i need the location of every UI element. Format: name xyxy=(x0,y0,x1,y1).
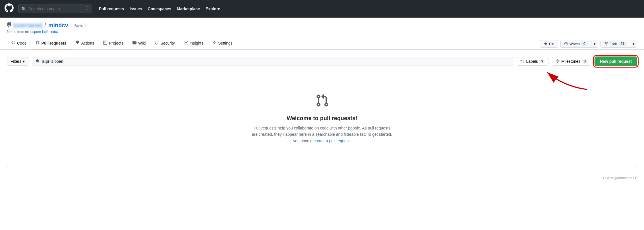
nav-links: Pull requests Issues Codespaces Marketpl… xyxy=(99,7,220,11)
filters-label: Filters xyxy=(11,59,21,64)
nav-codespaces[interactable]: Codespaces xyxy=(148,7,171,11)
watch-label: Watch xyxy=(570,42,580,46)
insights-icon xyxy=(184,41,188,45)
search-input[interactable]: is:pr is:open xyxy=(42,59,510,64)
repo-icon xyxy=(7,22,11,28)
milestones-count: 0 xyxy=(582,59,587,63)
pr-empty-title: Welcome to pull requests! xyxy=(14,115,630,122)
tab-settings-label: Settings xyxy=(218,41,233,45)
repo-header: [username] / mindcv Public forked from m… xyxy=(0,18,644,50)
nav-marketplace[interactable]: Marketplace xyxy=(177,7,200,11)
milestones-button[interactable]: Milestones 0 xyxy=(552,57,591,66)
repo-slash: / xyxy=(44,22,46,29)
wiki-icon xyxy=(132,41,136,45)
labels-label: Labels xyxy=(526,59,538,64)
create-pr-link[interactable]: create a pull request xyxy=(314,139,350,143)
watermark: CSDN @moonstar000 xyxy=(0,174,644,182)
repo-action-buttons: Pin Watch 0 ▾ Fork 51 ▾ xyxy=(540,40,637,48)
nav-issues[interactable]: Issues xyxy=(130,7,142,11)
labels-count: 9 xyxy=(540,59,545,63)
tab-wiki-label: Wiki xyxy=(138,41,146,45)
nav-explore[interactable]: Explore xyxy=(206,7,220,11)
fork-button[interactable]: Fork 51 xyxy=(601,40,630,47)
nav-pull-requests[interactable]: Pull requests xyxy=(99,7,124,11)
watch-count: 0 xyxy=(581,41,588,46)
search-icon xyxy=(36,59,40,64)
labels-button[interactable]: Labels 9 xyxy=(517,57,548,66)
pin-button[interactable]: Pin xyxy=(540,40,558,48)
watch-dropdown[interactable]: ▾ xyxy=(591,40,598,47)
tab-insights[interactable]: Insights xyxy=(179,37,208,49)
settings-icon xyxy=(212,41,216,45)
github-logo[interactable] xyxy=(5,3,14,14)
pull-request-icon xyxy=(36,41,40,45)
repo-visibility-badge: Public xyxy=(71,23,86,28)
tab-pull-requests-label: Pull requests xyxy=(41,41,66,45)
tab-security[interactable]: Security xyxy=(150,37,179,49)
top-navigation: 🔍 / Pull requests Issues Codespaces Mark… xyxy=(0,0,644,18)
tab-code-label: Code xyxy=(17,41,26,45)
forked-from-link[interactable]: mindspore-lab/mindcv xyxy=(25,30,58,34)
milestones-label: Milestones xyxy=(561,59,580,64)
tab-settings[interactable]: Settings xyxy=(208,37,237,49)
pr-empty-description: Pull requests help you collaborate on co… xyxy=(251,125,393,144)
fork-count: 51 xyxy=(618,41,627,46)
security-icon xyxy=(155,41,159,45)
projects-icon xyxy=(103,41,107,45)
search-box[interactable]: is:pr is:open xyxy=(32,57,513,66)
main-content: Filters ▾ is:pr is:open Labels 9 Milesto… xyxy=(0,50,644,174)
filter-bar: Filters ▾ is:pr is:open Labels 9 Milesto… xyxy=(7,57,637,66)
watch-button[interactable]: Watch 0 xyxy=(561,40,591,47)
pr-empty-icon xyxy=(14,94,630,110)
fork-dropdown[interactable]: ▾ xyxy=(630,40,637,47)
tab-insights-label: Insights xyxy=(190,41,203,45)
repo-name[interactable]: mindcv xyxy=(48,22,68,29)
repo-forked-from: forked from mindspore-lab/mindcv xyxy=(7,30,637,34)
tab-code[interactable]: Code xyxy=(7,37,31,49)
tab-wiki[interactable]: Wiki xyxy=(128,37,150,49)
pr-empty-state: Welcome to pull requests! Pull requests … xyxy=(7,71,637,167)
filters-chevron-icon: ▾ xyxy=(23,59,25,64)
pin-label: Pin xyxy=(549,42,554,46)
search-bar[interactable]: 🔍 / xyxy=(18,5,92,13)
tab-pull-requests[interactable]: Pull requests xyxy=(31,37,71,49)
tab-projects[interactable]: Projects xyxy=(99,37,128,49)
tab-actions-label: Actions xyxy=(81,41,94,45)
search-input[interactable] xyxy=(28,7,82,11)
repo-title-row: [username] / mindcv Public xyxy=(7,22,637,29)
tab-projects-label: Projects xyxy=(109,41,123,45)
fork-label: Fork xyxy=(610,42,617,46)
new-pull-request-button[interactable]: New pull request xyxy=(595,57,637,66)
actions-icon xyxy=(75,41,79,45)
tab-actions[interactable]: Actions xyxy=(71,37,99,49)
tab-security-label: Security xyxy=(160,41,175,45)
search-icon: 🔍 xyxy=(21,7,26,11)
repo-owner[interactable]: [username] xyxy=(14,22,42,29)
filters-button[interactable]: Filters ▾ xyxy=(7,57,28,66)
code-icon xyxy=(11,41,15,45)
search-shortcut: / xyxy=(85,6,89,11)
